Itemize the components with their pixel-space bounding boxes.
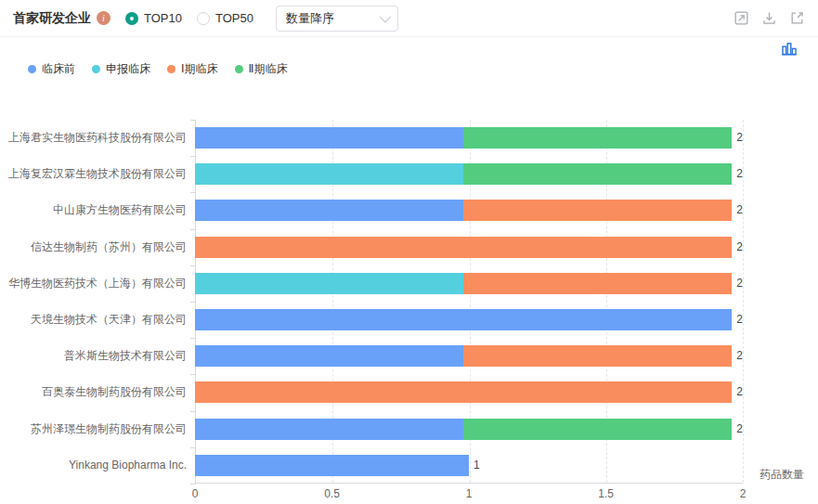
legend-label: Ⅱ期临床 bbox=[249, 61, 288, 77]
value-label: 2 bbox=[736, 309, 743, 330]
bar-track: 2 bbox=[195, 374, 743, 410]
x-axis-ticks: 00.511.52 bbox=[195, 484, 743, 504]
legend-dot-icon bbox=[167, 65, 175, 73]
legend-item[interactable]: Ⅰ期临床 bbox=[167, 61, 218, 77]
radio-selected-icon bbox=[125, 12, 138, 25]
value-label: 2 bbox=[736, 345, 743, 367]
radio-unselected-icon bbox=[197, 12, 210, 25]
category-label: 百奥泰生物制药股份有限公司 bbox=[0, 384, 195, 400]
legend-dot-icon bbox=[92, 65, 100, 73]
table-row: 华博生物医药技术（上海）有限公司2 bbox=[0, 265, 818, 302]
value-label: 2 bbox=[736, 273, 743, 294]
bar-track: 1 bbox=[195, 447, 743, 484]
sort-order-value: 数量降序 bbox=[286, 10, 334, 27]
radio-top50[interactable]: TOP50 bbox=[197, 11, 253, 25]
external-link-icon[interactable] bbox=[789, 10, 805, 26]
bar-segment[interactable] bbox=[195, 237, 732, 258]
bar-segment[interactable] bbox=[463, 127, 732, 149]
table-row: 上海复宏汉霖生物技术股份有限公司2 bbox=[0, 156, 818, 192]
first-developer-panel: 首家研发企业 i TOP10 TOP50 数量降序 bbox=[0, 0, 818, 504]
bar-track: 2 bbox=[195, 192, 743, 228]
table-row: 普米斯生物技术有限公司2 bbox=[0, 338, 818, 374]
legend-dot-icon bbox=[28, 65, 36, 73]
bar-segment[interactable] bbox=[195, 200, 463, 221]
table-row: 百奥泰生物制药股份有限公司2 bbox=[0, 374, 818, 410]
sort-order-select[interactable]: 数量降序 bbox=[276, 6, 398, 32]
table-row: 中山康方生物医药有限公司2 bbox=[0, 192, 818, 228]
category-label: 上海君实生物医药科技股份有限公司 bbox=[0, 130, 195, 146]
x-tick-label: 1 bbox=[466, 487, 473, 500]
value-label: 1 bbox=[474, 455, 480, 476]
legend-item[interactable]: 临床前 bbox=[28, 61, 75, 77]
bar-segment[interactable] bbox=[463, 163, 732, 185]
bar-track: 2 bbox=[195, 338, 743, 374]
category-label: Yinkang Biopharma Inc. bbox=[0, 459, 195, 472]
x-tick-label: 2 bbox=[740, 487, 747, 500]
legend-item[interactable]: Ⅱ期临床 bbox=[235, 61, 288, 77]
category-label: 华博生物医药技术（上海）有限公司 bbox=[0, 276, 195, 291]
chart-legend: 临床前申报临床Ⅰ期临床Ⅱ期临床 bbox=[28, 61, 818, 77]
category-label: 信达生物制药（苏州）有限公司 bbox=[0, 239, 195, 255]
value-label: 2 bbox=[736, 127, 743, 149]
panel-header: 首家研发企业 i TOP10 TOP50 数量降序 bbox=[0, 0, 818, 37]
value-label: 2 bbox=[736, 237, 743, 258]
radio-top10[interactable]: TOP10 bbox=[125, 11, 182, 25]
bar-segment[interactable] bbox=[195, 419, 463, 440]
bar-segment[interactable] bbox=[463, 419, 732, 440]
radio-top10-label: TOP10 bbox=[144, 11, 182, 25]
table-row: 天境生物技术（天津）有限公司2 bbox=[0, 302, 818, 338]
bar-segment[interactable] bbox=[195, 127, 463, 149]
bar-segment[interactable] bbox=[195, 163, 463, 185]
fullscreen-icon[interactable] bbox=[734, 10, 749, 26]
info-icon[interactable]: i bbox=[97, 11, 110, 25]
stacked-bar-chart: 药品数量 上海君实生物医药科技股份有限公司2上海复宏汉霖生物技术股份有限公司2中… bbox=[0, 120, 818, 504]
table-row: Yinkang Biopharma Inc.1 bbox=[0, 447, 818, 484]
value-label: 2 bbox=[736, 419, 743, 440]
bar-segment[interactable] bbox=[195, 455, 469, 476]
bar-segment[interactable] bbox=[195, 345, 463, 367]
category-label: 普米斯生物技术有限公司 bbox=[0, 348, 195, 364]
category-label: 上海复宏汉霖生物技术股份有限公司 bbox=[0, 166, 195, 182]
x-tick-label: 0.5 bbox=[324, 487, 340, 500]
value-label: 2 bbox=[736, 163, 743, 185]
legend-label: 临床前 bbox=[42, 61, 75, 77]
radio-top50-label: TOP50 bbox=[215, 11, 253, 25]
table-row: 信达生物制药（苏州）有限公司2 bbox=[0, 229, 818, 265]
legend-dot-icon bbox=[235, 65, 243, 73]
bar-segment[interactable] bbox=[463, 345, 732, 367]
category-label: 中山康方生物医药有限公司 bbox=[0, 202, 195, 218]
category-label: 苏州泽璟生物制药股份有限公司 bbox=[0, 421, 195, 437]
bar-rows: 上海君实生物医药科技股份有限公司2上海复宏汉霖生物技术股份有限公司2中山康方生物… bbox=[0, 120, 818, 484]
category-label: 天境生物技术（天津）有限公司 bbox=[0, 312, 195, 328]
x-tick-label: 0 bbox=[192, 487, 199, 500]
panel-title: 首家研发企业 bbox=[13, 10, 91, 27]
value-label: 2 bbox=[736, 200, 743, 221]
bar-track: 2 bbox=[195, 411, 743, 447]
bar-segment[interactable] bbox=[463, 273, 732, 294]
table-row: 上海君实生物医药科技股份有限公司2 bbox=[0, 120, 818, 156]
bar-track: 2 bbox=[195, 120, 743, 156]
bar-track: 2 bbox=[195, 302, 743, 338]
legend-label: Ⅰ期临床 bbox=[181, 61, 218, 77]
download-icon[interactable] bbox=[761, 10, 777, 26]
table-row: 苏州泽璟生物制药股份有限公司2 bbox=[0, 411, 818, 447]
bar-track: 2 bbox=[195, 265, 743, 302]
bar-segment[interactable] bbox=[463, 200, 732, 221]
bar-segment[interactable] bbox=[195, 309, 732, 330]
bar-segment[interactable] bbox=[195, 381, 732, 403]
chevron-down-icon bbox=[379, 11, 391, 23]
bar-segment[interactable] bbox=[195, 273, 463, 294]
legend-item[interactable]: 申报临床 bbox=[92, 61, 150, 77]
legend-label: 申报临床 bbox=[106, 61, 150, 77]
x-tick-label: 1.5 bbox=[598, 487, 614, 500]
bar-chart-icon[interactable] bbox=[781, 41, 798, 61]
panel-actions bbox=[734, 10, 805, 26]
bar-track: 2 bbox=[195, 156, 743, 192]
value-label: 2 bbox=[736, 381, 743, 403]
bar-track: 2 bbox=[195, 229, 743, 265]
